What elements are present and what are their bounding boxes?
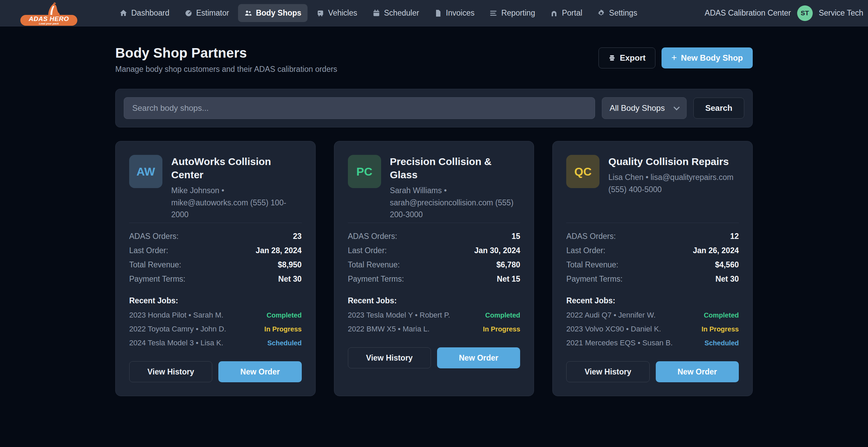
brand-tagline: Lead your pack [20, 22, 77, 25]
nav-label: Reporting [501, 8, 535, 18]
job-description: 2023 Volvo XC90 • Daniel K. [566, 325, 661, 333]
stat-value: 15 [512, 232, 520, 241]
job-status-badge: In Progress [483, 325, 520, 333]
chevron-down-icon [673, 104, 679, 110]
gauge-icon [184, 9, 193, 17]
new-order-label: New Order [677, 367, 717, 377]
card-header: QC Quality Collision Repairs Lisa Chen •… [566, 155, 739, 221]
user-avatar[interactable]: ST [797, 5, 813, 21]
user-name: Service Tech [819, 8, 863, 18]
nav-item-scheduler[interactable]: Scheduler [366, 4, 426, 22]
shop-name: AutoWorks Collision Center [171, 155, 302, 181]
nav-item-body-shops[interactable]: Body Shops [238, 4, 308, 22]
view-history-label: View History [147, 367, 194, 377]
stat-row-last-order: Last Order: Jan 28, 2024 [129, 246, 302, 255]
stat-value: 23 [293, 232, 302, 241]
stat-row-adas-orders: ADAS Orders: 23 [129, 232, 302, 241]
view-history-button[interactable]: View History [566, 361, 649, 382]
stat-row-adas-orders: ADAS Orders: 15 [348, 232, 520, 241]
stat-value: Jan 30, 2024 [474, 246, 520, 255]
stat-label: ADAS Orders: [348, 232, 397, 241]
brand-name: ADAS HERO [20, 16, 77, 22]
job-status-badge: Completed [485, 311, 520, 319]
nav-item-vehicles[interactable]: Vehicles [310, 4, 363, 22]
nav-right: ADAS Calibration Center ST Service Tech [705, 5, 863, 21]
stat-label: Total Revenue: [348, 260, 400, 269]
org-name: ADAS Calibration Center [705, 8, 791, 18]
nav-item-settings[interactable]: Settings [591, 4, 643, 22]
job-status-badge: Completed [704, 311, 739, 319]
page-title: Body Shop Partners [115, 45, 337, 61]
view-history-button[interactable]: View History [129, 361, 212, 382]
job-row: 2023 Tesla Model Y • Robert P. Completed [348, 311, 520, 320]
report-icon [489, 9, 497, 17]
stat-value: Net 30 [278, 275, 302, 284]
vehicle-icon [316, 9, 324, 17]
job-row: 2023 Volvo XC90 • Daniel K. In Progress [566, 325, 739, 333]
stat-label: Payment Terms: [129, 275, 185, 284]
body-shop-cards: AW AutoWorks Collision Center Mike Johns… [115, 141, 753, 396]
stat-label: ADAS Orders: [129, 232, 179, 241]
search-button[interactable]: Search [693, 98, 744, 119]
nav-item-reporting[interactable]: Reporting [483, 4, 541, 22]
job-row: 2022 Toyota Camry • John D. In Progress [129, 325, 302, 333]
card-actions: View History New Order [566, 361, 739, 382]
new-order-button[interactable]: New Order [437, 347, 520, 368]
home-icon [119, 9, 127, 17]
page-subtitle: Manage body shop customers and their ADA… [115, 65, 337, 74]
new-order-label: New Order [240, 367, 280, 377]
nav-item-dashboard[interactable]: Dashboard [113, 4, 176, 22]
stat-row-adas-orders: ADAS Orders: 12 [566, 232, 739, 241]
nav-item-portal[interactable]: Portal [544, 4, 588, 22]
body-shop-filter-select[interactable]: All Body Shops [602, 97, 687, 119]
export-button[interactable]: Export [598, 47, 655, 68]
job-status-badge: In Progress [702, 325, 739, 333]
card-actions: View History New Order [348, 347, 520, 368]
nav-items: Dashboard Estimator Body Shops Vehicles … [113, 4, 643, 22]
stat-label: Last Order: [566, 246, 605, 255]
stat-value: Jan 28, 2024 [256, 246, 302, 255]
new-order-button[interactable]: New Order [656, 361, 739, 382]
nav-label: Vehicles [328, 8, 357, 18]
nav-label: Invoices [446, 8, 474, 18]
stat-row-last-order: Last Order: Jan 26, 2024 [566, 246, 739, 255]
search-button-label: Search [705, 103, 732, 113]
stat-row-payment-terms: Payment Terms: Net 30 [566, 275, 739, 284]
search-input[interactable] [124, 97, 595, 119]
new-body-shop-label: New Body Shop [681, 53, 743, 63]
new-order-label: New Order [459, 353, 498, 363]
stat-value: Jan 26, 2024 [693, 246, 739, 255]
nav-item-estimator[interactable]: Estimator [178, 4, 235, 22]
job-row: 2022 Audi Q7 • Jennifer W. Completed [566, 311, 739, 320]
job-status-badge: In Progress [264, 325, 302, 333]
new-body-shop-button[interactable]: + New Body Shop [662, 47, 753, 68]
view-history-button[interactable]: View History [348, 347, 431, 368]
stat-label: ADAS Orders: [566, 232, 616, 241]
job-description: 2022 Toyota Camry • John D. [129, 325, 226, 333]
recent-jobs-list: 2022 Audi Q7 • Jennifer W. Completed 202… [566, 311, 739, 352]
stat-label: Payment Terms: [566, 275, 623, 284]
stat-label: Payment Terms: [348, 275, 404, 284]
brand-logo[interactable]: ADAS HERO Lead your pack [9, 0, 81, 26]
calendar-icon [372, 9, 380, 17]
body-shop-card: AW AutoWorks Collision Center Mike Johns… [115, 141, 316, 396]
header-actions: Export + New Body Shop [598, 47, 753, 68]
main-content: Body Shop Partners Manage body shop cust… [115, 26, 753, 396]
stat-value: Net 15 [497, 275, 520, 284]
divider [348, 223, 520, 223]
job-status-badge: Scheduled [268, 339, 302, 347]
nav-label: Settings [609, 8, 637, 18]
recent-jobs-heading: Recent Jobs: [566, 296, 739, 305]
stat-value: $6,780 [496, 260, 520, 269]
nav-item-invoices[interactable]: Invoices [428, 4, 480, 22]
recent-jobs-list: 2023 Tesla Model Y • Robert P. Completed… [348, 311, 520, 339]
shop-name: Quality Collision Repairs [608, 155, 739, 168]
new-order-button[interactable]: New Order [218, 361, 301, 382]
stat-value: Net 30 [715, 275, 739, 284]
shop-avatar: PC [348, 155, 381, 188]
job-row: 2023 Honda Pilot • Sarah M. Completed [129, 311, 302, 320]
nav-label: Scheduler [384, 8, 419, 18]
view-history-label: View History [585, 367, 631, 377]
export-icon [608, 54, 616, 62]
recent-jobs-heading: Recent Jobs: [348, 296, 520, 305]
